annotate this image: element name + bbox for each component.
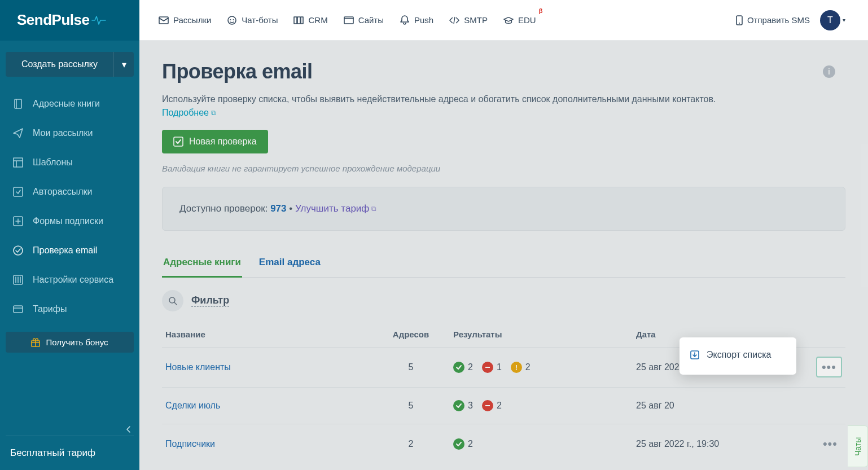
tariff-footer[interactable]: Бесплатный тариф — [0, 436, 139, 470]
nav-edu[interactable]: EDU β — [503, 15, 536, 25]
chevron-down-icon: ▾ — [122, 59, 126, 70]
learn-more-link[interactable]: Подробнее ⧉ — [162, 106, 216, 120]
new-check-label: Новая проверка — [189, 137, 257, 147]
row-name-link[interactable]: Новые клиенты — [165, 362, 369, 372]
chats-side-tab[interactable]: Чаты — [848, 425, 868, 467]
nav-chatbots[interactable]: Чат-боты — [227, 15, 278, 25]
svg-point-9 — [739, 23, 740, 24]
table-row: Сделки июль 5 3 2 25 авг 20 — [162, 387, 845, 424]
sidebar-item-label: Проверка email — [33, 245, 97, 256]
col-results: Результаты — [453, 330, 636, 339]
sidebar-item-automailings[interactable]: Авторассылки — [0, 177, 139, 207]
envelope-icon — [159, 15, 169, 25]
row-name-link[interactable]: Подписчики — [165, 439, 369, 449]
sidebar-item-email-check[interactable]: Проверка email — [0, 236, 139, 265]
phone-icon — [736, 15, 743, 25]
logo-text: SendPulse — [17, 11, 89, 29]
row-actions-popover: Экспорт списка — [680, 337, 796, 375]
svg-rect-21 — [485, 405, 490, 406]
gift-icon — [31, 338, 40, 347]
tab-emails[interactable]: Email адреса — [258, 250, 322, 278]
sidebar-item-addressbooks[interactable]: Адресные книги — [0, 89, 139, 118]
nav-sites[interactable]: Сайты — [344, 15, 384, 25]
tab-addressbooks[interactable]: Адресные книги — [162, 250, 242, 278]
nav-mailings[interactable]: Рассылки — [159, 15, 211, 25]
credits-count: 973 — [270, 203, 286, 214]
svg-point-1 — [228, 16, 236, 24]
nav-smtp[interactable]: SMTP — [449, 15, 488, 25]
info-icon[interactable]: i — [823, 65, 835, 78]
svg-rect-11 — [14, 158, 23, 167]
sidebar-item-label: Формы подписки — [33, 216, 103, 226]
sidebar-item-tariffs[interactable]: Тарифы — [0, 295, 139, 324]
check-square-icon — [173, 137, 183, 147]
sidebar-item-label: Настройки сервиса — [33, 275, 113, 285]
svg-rect-20 — [485, 367, 490, 368]
page-description: Используйте проверку списка, чтобы выяви… — [162, 93, 845, 120]
export-label: Экспорт списка — [707, 350, 771, 360]
sidebar-item-mailings[interactable]: Мои рассылки — [0, 118, 139, 148]
search-button[interactable] — [162, 290, 183, 311]
nav-label: SMTP — [464, 15, 488, 25]
export-list-action[interactable]: Экспорт списка — [680, 343, 796, 369]
top-nav: SendPulse Рассылки Чат-боты CRM Сайты Pu… — [0, 0, 868, 41]
row-addresses: 2 — [369, 439, 453, 449]
sidebar-item-templates[interactable]: Шаблоны — [0, 148, 139, 177]
code-icon — [449, 15, 459, 25]
filter-row: Фильтр — [162, 290, 845, 311]
crm-icon — [293, 15, 304, 25]
svg-rect-0 — [159, 17, 168, 24]
beta-badge: β — [539, 7, 543, 14]
template-icon — [12, 157, 24, 168]
page-title: Проверка email — [162, 60, 845, 84]
top-nav-items: Рассылки Чат-боты CRM Сайты Push SMTP ED… — [139, 15, 736, 25]
automation-icon — [12, 186, 24, 197]
svg-rect-6 — [301, 17, 303, 24]
svg-rect-18 — [174, 137, 183, 146]
svg-rect-10 — [15, 99, 21, 108]
row-actions-button[interactable]: ••• — [818, 434, 842, 453]
create-mailing-main[interactable]: Создать рассылку — [6, 59, 113, 69]
nav-label: Push — [414, 15, 433, 25]
sidebar-item-label: Авторассылки — [33, 187, 92, 197]
logo[interactable]: SendPulse — [0, 0, 139, 41]
valid-icon — [453, 400, 464, 411]
external-link-icon: ⧉ — [371, 205, 376, 213]
row-name-link[interactable]: Сделки июль — [165, 401, 369, 411]
valid-icon — [453, 438, 464, 450]
send-sms-label: Отправить SMS — [747, 15, 810, 25]
card-icon — [12, 304, 24, 315]
row-results: 2 1 !2 — [453, 362, 636, 373]
col-addresses: Адресов — [369, 330, 453, 339]
get-bonus-button[interactable]: Получить бонус — [6, 332, 134, 353]
nav-push[interactable]: Push — [400, 15, 433, 25]
nav-label: Чат-боты — [242, 15, 278, 25]
chatbot-icon — [227, 15, 237, 25]
create-mailing-dropdown[interactable]: ▾ — [113, 52, 134, 77]
send-sms-link[interactable]: Отправить SMS — [736, 15, 810, 25]
sidebar-item-label: Мои рассылки — [33, 128, 93, 138]
invalid-icon — [482, 400, 493, 411]
svg-rect-12 — [14, 187, 23, 196]
sidebar-item-forms[interactable]: Формы подписки — [0, 207, 139, 236]
send-icon — [12, 128, 24, 139]
svg-rect-16 — [14, 306, 23, 313]
new-check-button[interactable]: Новая проверка — [162, 130, 268, 153]
avatar: T — [820, 10, 840, 30]
row-actions-button[interactable]: ••• — [816, 357, 842, 377]
export-icon — [690, 350, 700, 360]
filter-toggle[interactable]: Фильтр — [191, 295, 229, 307]
upgrade-tariff-link[interactable]: Улучшить тариф ⧉ — [295, 203, 376, 214]
check-circle-icon — [12, 245, 24, 256]
warning-icon: ! — [511, 362, 522, 373]
invalid-icon — [482, 362, 493, 373]
nav-crm[interactable]: CRM — [293, 15, 327, 25]
row-addresses: 5 — [369, 401, 453, 411]
sidebar-collapse[interactable] — [0, 413, 139, 436]
sidebar-item-settings[interactable]: Настройки сервиса — [0, 265, 139, 295]
book-icon — [12, 98, 24, 109]
row-results: 2 — [453, 438, 636, 450]
row-results: 3 2 — [453, 400, 636, 411]
table-row: Подписчики 2 2 25 авг 2022 г., 19:30 ••• — [162, 424, 845, 464]
user-menu[interactable]: T ▾ — [820, 10, 845, 30]
